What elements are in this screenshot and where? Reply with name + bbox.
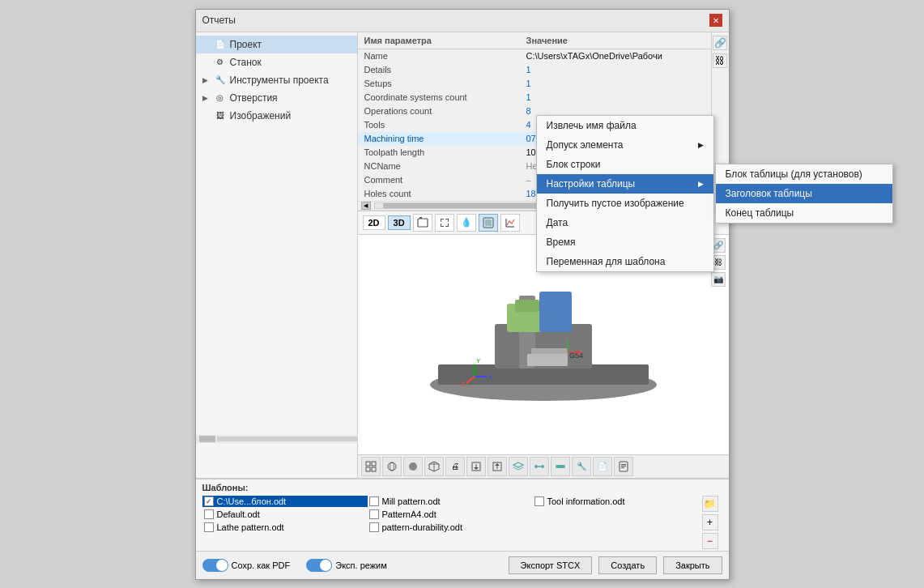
table-row: Setups 1 — [358, 77, 729, 91]
ctx-get-empty-image[interactable]: Получить пустое изображение — [537, 194, 713, 213]
sidebar-item-project[interactable]: 📄 Проект — [196, 36, 357, 53]
btn-3d[interactable]: 3D — [388, 215, 411, 230]
context-menu: Извлечь имя файла Допуск элемента ▶ Блок… — [536, 115, 714, 272]
grid-icon-btn[interactable] — [361, 457, 381, 476]
tool-icon-btn[interactable]: 🔧 — [572, 457, 591, 476]
solid-icon-btn[interactable] — [403, 457, 423, 476]
template-checkbox-0[interactable] — [204, 496, 214, 506]
template-item-5[interactable]: pattern-durability.odt — [368, 522, 533, 533]
view-icon-btn[interactable] — [479, 214, 498, 232]
export-icon-btn[interactable] — [466, 457, 486, 476]
connect-icon-btn[interactable] — [530, 457, 549, 476]
svg-rect-0 — [418, 219, 428, 227]
close-button[interactable]: Закрыть — [663, 556, 722, 574]
submenu-table-header[interactable]: Заголовок таблицы — [716, 184, 892, 203]
svg-rect-14 — [527, 354, 568, 366]
template-remove-btn[interactable]: − — [702, 533, 718, 549]
template-checkbox-3[interactable] — [369, 496, 379, 506]
sidebar-item-label: Станок — [230, 57, 262, 68]
export-toggle-switch[interactable] — [306, 559, 332, 572]
print-icon-btn[interactable]: 🖨 — [445, 457, 465, 476]
chart-icon-btn[interactable] — [500, 214, 520, 232]
ctx-extract-filename[interactable]: Извлечь имя файла — [537, 116, 713, 135]
ctx-time[interactable]: Время — [537, 232, 713, 252]
scroll-left-arrow[interactable]: ◀ — [361, 202, 371, 210]
pdf-toggle-label: Сохр. как PDF — [232, 560, 291, 570]
template-name-6: Tool information.odt — [547, 496, 625, 506]
link-icon-1[interactable]: 🔗 — [713, 36, 727, 50]
svg-rect-28 — [372, 467, 376, 471]
svg-rect-26 — [372, 462, 376, 466]
expand-icon: ▶ — [202, 76, 211, 84]
table-row: Name C:\Users\xTAGx\OneDrive\Рабочи — [358, 49, 729, 63]
svg-rect-3 — [485, 219, 492, 226]
template-item-6[interactable]: Tool information.odt — [533, 496, 698, 507]
arrow-icon: ▶ — [698, 141, 704, 149]
sidebar-item-label: Проект — [230, 39, 262, 50]
template-side-buttons: 📁 + − — [698, 494, 722, 551]
ctx-template-var[interactable]: Переменная для шаблона — [537, 252, 713, 271]
fit-icon-btn[interactable] — [435, 214, 454, 232]
pdf-toggle[interactable]: Сохр. как PDF — [202, 559, 291, 572]
doc-icon-btn[interactable]: 📄 — [593, 457, 612, 476]
ctx-date[interactable]: Дата — [537, 213, 713, 232]
unlink-icon[interactable]: ⛓ — [713, 53, 727, 68]
main-window: Отчеты ✕ 📄 Проект ⚙ Станок ▶ 🔧 Инструмен… — [195, 9, 730, 580]
sidebar-item-machine[interactable]: ⚙ Станок — [196, 53, 357, 71]
template-item-4[interactable]: PatternA4.odt — [368, 509, 533, 520]
sphere-icon-btn[interactable] — [382, 457, 402, 476]
template-checkbox-1[interactable] — [204, 509, 214, 519]
templates-col-3: Tool information.odt — [533, 494, 698, 551]
sidebar-item-label: Отверстия — [230, 92, 278, 104]
close-window-button[interactable]: ✕ — [709, 14, 722, 27]
sidebar-item-holes[interactable]: ▶ ◎ Отверстия — [196, 89, 357, 107]
templates-section: Шаблоны: C:\Use...блон.odt Default.odt L… — [196, 478, 729, 551]
template-add-btn[interactable]: + — [702, 514, 718, 530]
template-name-5: pattern-durability.odt — [382, 522, 462, 532]
layers-icon-btn[interactable] — [509, 457, 528, 476]
submenu-table-block[interactable]: Блок таблицы (для установов) — [716, 164, 892, 184]
svg-text:X: X — [488, 373, 493, 381]
pipe-icon-btn[interactable] — [551, 457, 570, 476]
table-header: Имя параметра Значение — [358, 32, 729, 49]
template-checkbox-5[interactable] — [369, 522, 379, 532]
template-checkbox-2[interactable] — [204, 522, 214, 532]
pdf-toggle-switch[interactable] — [202, 559, 228, 572]
sidebar-item-label: Инструменты проекта — [230, 75, 329, 86]
doc2-icon-btn[interactable] — [614, 457, 633, 476]
window-title: Отчеты — [202, 15, 236, 26]
table-row: Coordinate systems count 1 — [358, 91, 729, 104]
svg-point-42 — [534, 465, 538, 468]
footer: Сохр. как PDF Эксп. режим Экспорт STCX С… — [196, 551, 729, 579]
sidebar-item-label: Изображений — [230, 110, 292, 121]
svg-point-30 — [390, 462, 394, 471]
ctx-row-block[interactable]: Блок строки — [537, 155, 713, 174]
ctx-table-settings[interactable]: Настройки таблицы ▶ — [537, 174, 713, 194]
template-checkbox-6[interactable] — [534, 496, 544, 506]
export-stcx-button[interactable]: Экспорт STCX — [509, 556, 593, 574]
holes-icon: ◎ — [214, 92, 227, 104]
import-icon-btn[interactable] — [488, 457, 507, 476]
template-name-4: PatternA4.odt — [382, 509, 436, 519]
cube-icon-btn[interactable] — [424, 457, 444, 476]
template-item-3[interactable]: Mill pattern.odt — [368, 496, 533, 507]
template-folder-btn[interactable]: 📁 — [702, 496, 718, 512]
export-toggle[interactable]: Эксп. режим — [306, 559, 387, 572]
template-checkbox-4[interactable] — [369, 509, 379, 519]
viewport-camera-icon[interactable]: 📷 — [711, 272, 726, 287]
template-item-2[interactable]: Lathe pattern.odt — [202, 522, 368, 533]
btn-2d[interactable]: 2D — [363, 215, 385, 230]
svg-point-43 — [541, 465, 544, 468]
screenshot-icon-btn[interactable] — [413, 214, 432, 232]
create-button[interactable]: Создать — [598, 556, 657, 574]
template-name-0: C:\Use...блон.odt — [217, 496, 287, 506]
svg-text:Y: Y — [476, 357, 481, 364]
submenu-table-end[interactable]: Конец таблицы — [716, 203, 892, 223]
svg-rect-48 — [621, 466, 626, 467]
template-item-0[interactable]: C:\Use...блон.odt — [202, 496, 368, 507]
template-item-1[interactable]: Default.odt — [202, 509, 368, 520]
sidebar-item-tools[interactable]: ▶ 🔧 Инструменты проекта — [196, 71, 357, 89]
droplet-icon-btn[interactable]: 💧 — [457, 214, 476, 232]
sidebar-item-images[interactable]: 🖼 Изображений — [196, 107, 357, 125]
ctx-element-tolerance[interactable]: Допуск элемента ▶ — [537, 135, 713, 155]
